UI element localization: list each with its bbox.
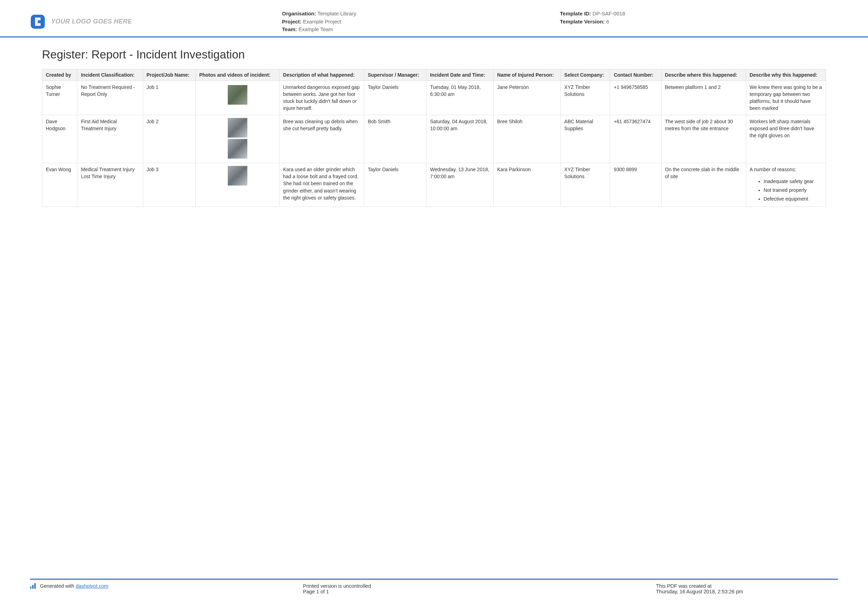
cell-description: Kara used an older grinder which had a l… <box>279 163 364 207</box>
project-value: Example Project <box>303 19 341 25</box>
template-id-label: Template ID: <box>560 11 591 16</box>
footer-center: Printed version is uncontrolled Page 1 o… <box>303 583 656 594</box>
page-title: Register: Report - Incident Investigatio… <box>0 37 868 69</box>
page-footer: Generated with dashpivot.com Printed ver… <box>30 579 838 594</box>
col-job: Project/Job Name: <box>143 69 195 81</box>
incident-photo-thumbnail <box>228 139 247 159</box>
col-why: Describe why this happened: <box>746 69 826 81</box>
cell-created-by: Dave Hodgson <box>42 115 78 163</box>
cell-photos <box>195 163 279 207</box>
cell-contact: +61 4573627474 <box>610 115 661 163</box>
dashpivot-link[interactable]: dashpivot.com <box>76 583 108 589</box>
template-id-value: DP-SAF-0018 <box>593 11 625 16</box>
cell-classification: Medical Treatment Injury Lost Time Injur… <box>78 163 143 207</box>
cell-date: Tuesday, 01 May 2018, 6:30:00 am <box>426 81 494 115</box>
bar-chart-icon <box>30 583 36 589</box>
cell-where: The west side of job 2 about 30 metres f… <box>661 115 746 163</box>
cell-why: We knew there was going to be a temporar… <box>746 81 826 115</box>
generated-with-text: Generated with <box>40 583 76 589</box>
organisation-label: Organisation: <box>282 11 316 16</box>
cell-description: Unmarked dangerous exposed gap between w… <box>279 81 364 115</box>
cell-contact: 9300 8899 <box>610 163 661 207</box>
col-company: Select Company: <box>561 69 610 81</box>
cell-where: On the concrete slab in the middle of si… <box>661 163 746 207</box>
cell-company: XYZ Timber Solutions <box>561 81 610 115</box>
cell-supervisor: Taylor Daniels <box>364 81 426 115</box>
team-value: Example Team <box>298 26 333 32</box>
cell-company: ABC Material Supplies <box>561 115 610 163</box>
logo-section: YOUR LOGO GOES HERE <box>30 10 282 34</box>
cell-job: Job 2 <box>143 115 195 163</box>
table-row: Dave Hodgson First Aid Medical Treatment… <box>42 115 826 163</box>
cell-company: XYZ Timber Solutions <box>561 163 610 207</box>
template-version-label: Template Version: <box>560 19 605 25</box>
why-list-item: Not trained properly <box>764 186 822 194</box>
cell-injured: Jane Peterson <box>494 81 561 115</box>
cell-photos <box>195 81 279 115</box>
cell-classification: First Aid Medical Treatment Injury <box>78 115 143 163</box>
logo-placeholder-text: YOUR LOGO GOES HERE <box>51 18 132 25</box>
col-where: Describe where this happened: <box>661 69 746 81</box>
cell-photos <box>195 115 279 163</box>
incident-photo-thumbnail <box>228 166 247 185</box>
header-meta-center: Organisation: Template Library Project: … <box>282 10 560 34</box>
col-photos: Photos and videos of incident: <box>195 69 279 81</box>
template-version-value: 6 <box>606 19 609 25</box>
cell-supervisor: Bob Smith <box>364 115 426 163</box>
col-injured: Name of Injured Person: <box>494 69 561 81</box>
incident-photo-thumbnail <box>228 118 247 138</box>
table-row: Evan Wong Medical Treatment Injury Lost … <box>42 163 826 207</box>
cell-supervisor: Taylor Daniels <box>364 163 426 207</box>
why-list-item: Defective equipment <box>764 194 822 204</box>
cell-date: Saturday, 04 August 2018, 10:00:00 am <box>426 115 494 163</box>
cell-job: Job 3 <box>143 163 195 207</box>
page-header: YOUR LOGO GOES HERE Organisation: Templa… <box>0 0 868 37</box>
cell-where: Between platform 1 and 2 <box>661 81 746 115</box>
cell-injured: Bree Shiloh <box>494 115 561 163</box>
table-header-row: Created by Incident Classification: Proj… <box>42 69 826 81</box>
cell-injured: Kara Parkinson <box>494 163 561 207</box>
header-meta-right: Template ID: DP-SAF-0018 Template Versio… <box>560 10 838 34</box>
cell-classification: No Treatment Required - Report Only <box>78 81 143 115</box>
pdf-created-label: This PDF was created at <box>656 583 838 589</box>
printed-version-text: Printed version is uncontrolled <box>303 583 656 589</box>
incident-photo-thumbnail <box>228 85 247 105</box>
incident-table: Created by Incident Classification: Proj… <box>42 69 826 207</box>
why-reason-list: Inadequate safety gear Not trained prope… <box>764 177 822 204</box>
cell-date: Wednesday, 13 June 2018, 7:00:00 am <box>426 163 494 207</box>
col-date: Incident Date and Time: <box>426 69 494 81</box>
col-contact: Contact Number: <box>610 69 661 81</box>
footer-right: This PDF was created at Thursday, 16 Aug… <box>656 583 838 594</box>
team-label: Team: <box>282 26 297 32</box>
col-description: Description of what happened: <box>279 69 364 81</box>
why-intro: A number of reasons: <box>750 166 796 172</box>
project-label: Project: <box>282 19 302 25</box>
cell-job: Job 1 <box>143 81 195 115</box>
cell-why: Workers left sharp materials exposed and… <box>746 115 826 163</box>
cell-created-by: Sophie Turner <box>42 81 78 115</box>
why-list-item: Inadequate safety gear <box>764 177 822 186</box>
col-classification: Incident Classification: <box>78 69 143 81</box>
page-number-text: Page 1 of 1 <box>303 589 656 594</box>
app-logo-icon <box>30 14 45 30</box>
pdf-created-date: Thursday, 16 August 2018, 2:53:26 pm <box>656 589 838 594</box>
col-created-by: Created by <box>42 69 78 81</box>
cell-contact: +1 9496758585 <box>610 81 661 115</box>
col-supervisor: Supervisor / Manager: <box>364 69 426 81</box>
footer-left: Generated with dashpivot.com <box>30 583 303 594</box>
table-row: Sophie Turner No Treatment Required - Re… <box>42 81 826 115</box>
cell-why: A number of reasons: Inadequate safety g… <box>746 163 826 207</box>
organisation-value: Template Library <box>317 11 356 16</box>
cell-description: Bree was cleaning up debris when she cut… <box>279 115 364 163</box>
cell-created-by: Evan Wong <box>42 163 78 207</box>
